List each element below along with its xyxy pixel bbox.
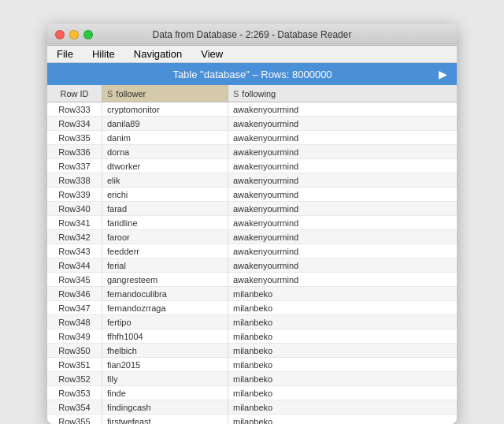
cell-follower: dorna <box>102 145 228 158</box>
cell-following: awakenyourmind <box>228 258 457 272</box>
cell-follower: fernandozrraga <box>102 301 228 314</box>
menu-view[interactable]: View <box>198 47 226 61</box>
next-button[interactable]: ▶ <box>435 66 450 82</box>
table-row[interactable]: Row339erichiawakenyourmind <box>47 188 457 202</box>
cell-following: awakenyourmind <box>228 188 457 201</box>
col-header-rowid: Row ID <box>47 85 102 102</box>
table-row[interactable]: Row348fertipomilanbeko <box>47 315 457 329</box>
cell-follower: danim <box>102 131 228 144</box>
cell-following: milanbeko <box>228 372 457 385</box>
table-row[interactable]: Row346fernandoculibramilanbeko <box>47 287 457 301</box>
cell-follower: fhelbich <box>102 344 228 357</box>
cell-following: milanbeko <box>228 287 457 300</box>
table-row[interactable]: Row347fernandozrragamilanbeko <box>47 301 457 315</box>
cell-follower: danila89 <box>102 117 228 130</box>
table-row[interactable]: Row333cryptomonitorawakenyourmind <box>47 102 457 117</box>
cell-following: awakenyourmind <box>228 202 457 215</box>
cell-following: milanbeko <box>228 315 457 329</box>
table-row[interactable]: Row343feedderrawakenyourmind <box>47 244 457 258</box>
table-row[interactable]: Row337dtworkerawakenyourmind <box>47 159 457 173</box>
cell-following: awakenyourmind <box>228 216 457 229</box>
table-row[interactable]: Row355firstwefeastmilanbeko <box>47 415 457 424</box>
cell-rowid: Row345 <box>47 273 102 286</box>
cell-rowid: Row349 <box>47 329 102 343</box>
cell-follower: faroor <box>102 230 228 244</box>
cell-follower: ffhfh1004 <box>102 329 228 343</box>
table-row[interactable]: Row344ferialawakenyourmind <box>47 258 457 273</box>
cell-following: milanbeko <box>228 329 457 343</box>
window-title: Data from Database - 2:269 - Database Re… <box>153 29 352 40</box>
table-row[interactable]: Row353findemilanbeko <box>47 386 457 400</box>
table-row[interactable]: Row345gangresteemawakenyourmind <box>47 273 457 287</box>
cell-rowid: Row347 <box>47 301 102 314</box>
table-header: Row ID S follower S following <box>47 85 457 102</box>
menu-file[interactable]: File <box>54 47 76 61</box>
cell-following: awakenyourmind <box>228 102 457 116</box>
cell-following: milanbeko <box>228 400 457 414</box>
cell-following: awakenyourmind <box>228 230 457 244</box>
col-header-following[interactable]: S following <box>228 85 457 102</box>
table-row[interactable]: Row354findingcashmilanbeko <box>47 400 457 415</box>
cell-rowid: Row353 <box>47 386 102 400</box>
cell-following: milanbeko <box>228 344 457 357</box>
cell-following: milanbeko <box>228 301 457 314</box>
cell-following: awakenyourmind <box>228 173 457 187</box>
cell-following: milanbeko <box>228 358 457 371</box>
table-row[interactable]: Row340faradawakenyourmind <box>47 202 457 216</box>
table-row[interactable]: Row338elikawakenyourmind <box>47 173 457 188</box>
maximize-button[interactable] <box>83 30 93 39</box>
col-header-follower[interactable]: S follower <box>102 85 228 102</box>
cell-rowid: Row348 <box>47 315 102 329</box>
cell-following: awakenyourmind <box>228 117 457 130</box>
cell-follower: fian2015 <box>102 358 228 371</box>
cell-following: awakenyourmind <box>228 145 457 158</box>
cell-rowid: Row335 <box>47 131 102 144</box>
close-button[interactable] <box>55 30 65 39</box>
cell-rowid: Row346 <box>47 287 102 300</box>
table-row[interactable]: Row334danila89awakenyourmind <box>47 117 457 131</box>
table-row[interactable]: Row342faroorawakenyourmind <box>47 230 457 244</box>
menu-hilite[interactable]: Hilite <box>89 47 118 61</box>
minimize-button[interactable] <box>69 30 79 39</box>
table-row[interactable]: Row336dornaawakenyourmind <box>47 145 457 159</box>
cell-rowid: Row351 <box>47 358 102 371</box>
table-row[interactable]: Row352filymilanbeko <box>47 372 457 386</box>
follower-sort-icon: S <box>107 89 113 99</box>
cell-rowid: Row336 <box>47 145 102 158</box>
table-row[interactable]: Row349ffhfh1004milanbeko <box>47 329 457 344</box>
table-row[interactable]: Row351fian2015milanbeko <box>47 358 457 372</box>
cell-follower: faridline <box>102 216 228 229</box>
menu-navigation[interactable]: Navigation <box>131 47 185 61</box>
cell-follower: firstwefeast <box>102 415 228 424</box>
traffic-lights <box>55 30 93 39</box>
cell-following: awakenyourmind <box>228 159 457 173</box>
cell-following: awakenyourmind <box>228 244 457 258</box>
cell-follower: elik <box>102 173 228 187</box>
cell-rowid: Row333 <box>47 102 102 116</box>
following-sort-icon: S <box>233 89 239 99</box>
cell-rowid: Row343 <box>47 244 102 258</box>
cell-rowid: Row341 <box>47 216 102 229</box>
main-window: Data from Database - 2:269 - Database Re… <box>47 24 457 424</box>
toolbar-title: Table "database" – Rows: 8000000 <box>69 69 435 80</box>
cell-rowid: Row338 <box>47 173 102 187</box>
cell-following: awakenyourmind <box>228 131 457 144</box>
table-row[interactable]: Row341faridlineawakenyourmind <box>47 216 457 230</box>
cell-follower: erichi <box>102 188 228 201</box>
cell-follower: fernandoculibra <box>102 287 228 300</box>
cell-rowid: Row340 <box>47 202 102 215</box>
cell-follower: dtworker <box>102 159 228 173</box>
cell-follower: farad <box>102 202 228 215</box>
table-row[interactable]: Row350fhelbichmilanbeko <box>47 344 457 358</box>
cell-rowid: Row354 <box>47 400 102 414</box>
cell-rowid: Row344 <box>47 258 102 272</box>
cell-follower: cryptomonitor <box>102 102 228 116</box>
table-container: Row ID S follower S following Row333cryp… <box>47 85 457 424</box>
cell-follower: findingcash <box>102 400 228 414</box>
cell-follower: ferial <box>102 258 228 272</box>
cell-rowid: Row339 <box>47 188 102 201</box>
table-row[interactable]: Row335danimawakenyourmind <box>47 131 457 145</box>
title-bar: Data from Database - 2:269 - Database Re… <box>47 24 457 46</box>
table-body[interactable]: Row333cryptomonitorawakenyourmindRow334d… <box>47 102 457 424</box>
cell-follower: feedderr <box>102 244 228 258</box>
